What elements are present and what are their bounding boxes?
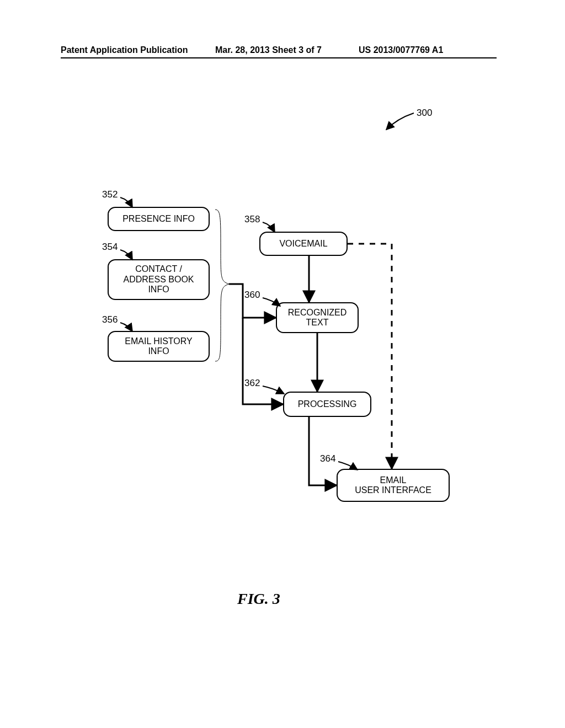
ref-356: 356 (102, 314, 118, 325)
node-presence-label: PRESENCE INFO (122, 214, 195, 224)
ref-360: 360 (244, 290, 260, 301)
header-right: US 2013/0077769 A1 (359, 45, 443, 55)
header-rule (61, 57, 497, 58)
ref-352: 352 (102, 189, 118, 200)
node-email-ui: EMAIL USER INTERFACE (337, 469, 450, 502)
node-recognized-text: RECOGNIZED TEXT (276, 302, 359, 333)
figure-caption: FIG. 3 (237, 590, 280, 608)
node-contact-address-book: CONTACT / ADDRESS BOOK INFO (108, 259, 210, 300)
ref-358: 358 (244, 214, 260, 225)
ref-354: 354 (102, 242, 118, 253)
ref-300: 300 (417, 108, 432, 119)
ref-364: 364 (320, 453, 335, 464)
node-voicemail-label: VOICEMAIL (279, 239, 327, 249)
node-emailui-label: EMAIL USER INTERFACE (355, 475, 431, 496)
header-left: Patent Application Publication (61, 45, 188, 55)
node-emailhist-label: EMAIL HISTORY INFO (125, 336, 192, 357)
page: Patent Application Publication Mar. 28, … (0, 0, 565, 728)
header-center: Mar. 28, 2013 Sheet 3 of 7 (215, 45, 322, 55)
node-email-history: EMAIL HISTORY INFO (108, 331, 210, 362)
node-processing: PROCESSING (283, 392, 371, 417)
node-presence-info: PRESENCE INFO (108, 207, 210, 231)
node-contact-label: CONTACT / ADDRESS BOOK INFO (123, 264, 194, 295)
node-processing-label: PROCESSING (298, 399, 357, 409)
node-voicemail: VOICEMAIL (259, 232, 348, 256)
diagram-connectors (0, 0, 565, 728)
node-recognized-label: RECOGNIZED TEXT (288, 308, 347, 328)
ref-362: 362 (244, 378, 260, 389)
